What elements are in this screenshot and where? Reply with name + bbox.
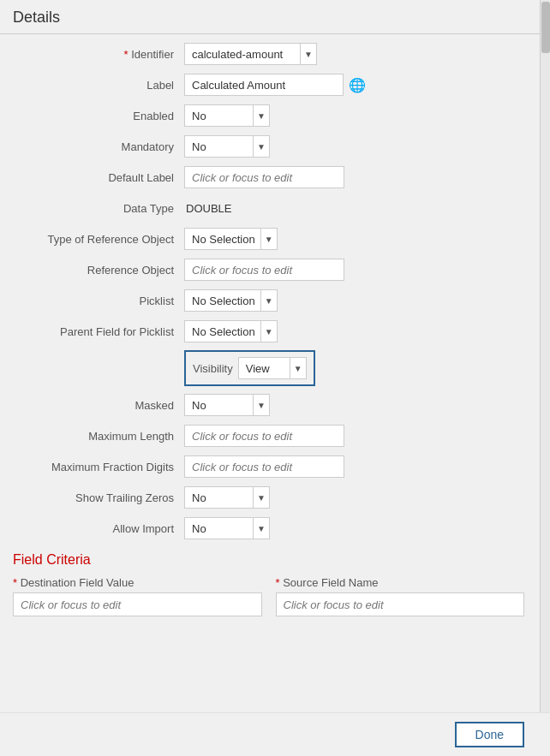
mandatory-label: Mandatory <box>13 140 184 153</box>
visibility-value: View <box>246 362 284 375</box>
destination-field-label: Destination Field Value <box>13 576 262 589</box>
destination-field-col: Destination Field Value <box>13 576 262 616</box>
masked-value: No <box>192 399 248 412</box>
identifier-label: Identifier <box>13 48 184 61</box>
allow-import-value: No <box>192 522 248 535</box>
default-label-label: Default Label <box>13 171 184 184</box>
show-trailing-zeros-arrow[interactable]: ▼ <box>253 487 266 508</box>
field-criteria-row: Destination Field Value Source Field Nam… <box>13 573 524 620</box>
visibility-label: Visibility <box>193 362 233 375</box>
show-trailing-zeros-row: Show Trailing Zeros No ▼ <box>13 482 524 513</box>
identifier-select[interactable]: calculated-amount ▼ <box>184 43 317 65</box>
allow-import-row: Allow Import No ▼ <box>13 513 524 544</box>
visibility-select[interactable]: View ▼ <box>238 357 307 379</box>
parent-field-picklist-select[interactable]: No Selection ▼ <box>184 320 278 342</box>
picklist-label: Picklist <box>13 295 184 307</box>
maximum-fraction-digits-input[interactable] <box>184 455 344 478</box>
maximum-length-input[interactable] <box>184 425 344 447</box>
source-field-col: Source Field Name <box>276 576 525 616</box>
show-trailing-zeros-label: Show Trailing Zeros <box>13 491 184 504</box>
source-field-input[interactable] <box>276 592 525 616</box>
allow-import-arrow[interactable]: ▼ <box>253 518 266 539</box>
masked-select[interactable]: No ▼ <box>184 394 270 416</box>
panel-title: Details <box>0 0 550 34</box>
identifier-dropdown-arrow[interactable]: ▼ <box>300 44 313 64</box>
details-panel: Details Identifier calculated-amount ▼ L… <box>0 0 550 756</box>
visibility-row: Visibility View ▼ <box>13 347 524 390</box>
show-trailing-zeros-select[interactable]: No ▼ <box>184 486 270 509</box>
mandatory-dropdown-arrow[interactable]: ▼ <box>253 136 266 157</box>
reference-object-row: Reference Object <box>13 254 524 285</box>
maximum-length-row: Maximum Length <box>13 420 524 451</box>
scrollbar[interactable] <box>540 0 550 756</box>
mandatory-select[interactable]: No ▼ <box>184 135 270 158</box>
identifier-value: calculated-amount <box>192 48 295 61</box>
maximum-length-label: Maximum Length <box>13 430 184 443</box>
label-input-group: 🌐 <box>184 74 366 96</box>
mandatory-value: No <box>192 140 248 153</box>
field-criteria-title: Field Criteria <box>13 544 524 573</box>
data-type-value: DOUBLE <box>184 202 231 215</box>
type-of-reference-object-label: Type of Reference Object <box>13 233 184 246</box>
masked-arrow[interactable]: ▼ <box>253 395 266 415</box>
identifier-row: Identifier calculated-amount ▼ <box>13 39 524 69</box>
type-of-reference-object-arrow[interactable]: ▼ <box>260 229 273 249</box>
data-type-row: Data Type DOUBLE <box>13 193 524 223</box>
label-input[interactable] <box>184 74 344 96</box>
enabled-value: No <box>192 110 248 122</box>
done-button-row: Done <box>0 712 550 756</box>
maximum-fraction-digits-row: Maximum Fraction Digits <box>13 451 524 482</box>
picklist-row: Picklist No Selection ▼ <box>13 285 524 316</box>
maximum-fraction-digits-label: Maximum Fraction Digits <box>13 461 184 473</box>
default-label-input[interactable] <box>184 166 344 188</box>
enabled-select[interactable]: No ▼ <box>184 104 270 127</box>
parent-field-picklist-row: Parent Field for Picklist No Selection ▼ <box>13 316 524 347</box>
mandatory-row: Mandatory No ▼ <box>13 131 524 162</box>
parent-field-picklist-label: Parent Field for Picklist <box>13 325 184 338</box>
show-trailing-zeros-value: No <box>192 491 248 504</box>
destination-field-input[interactable] <box>13 592 262 616</box>
parent-field-picklist-value: No Selection <box>192 325 255 338</box>
picklist-arrow[interactable]: ▼ <box>260 290 273 311</box>
default-label-row: Default Label <box>13 162 524 193</box>
reference-object-label: Reference Object <box>13 264 184 277</box>
enabled-row: Enabled No ▼ <box>13 100 524 131</box>
done-button[interactable]: Done <box>455 722 524 747</box>
masked-row: Masked No ▼ <box>13 390 524 420</box>
data-type-label: Data Type <box>13 202 184 215</box>
reference-object-input[interactable] <box>184 259 344 281</box>
label-field-label: Label <box>13 79 184 92</box>
picklist-value: No Selection <box>192 295 255 307</box>
form-content: Identifier calculated-amount ▼ Label 🌐 E… <box>0 34 550 624</box>
picklist-select[interactable]: No Selection ▼ <box>184 289 278 312</box>
allow-import-select[interactable]: No ▼ <box>184 517 270 539</box>
visibility-arrow[interactable]: ▼ <box>290 358 302 378</box>
allow-import-label: Allow Import <box>13 522 184 535</box>
type-of-reference-object-value: No Selection <box>192 233 255 246</box>
globe-icon: 🌐 <box>349 77 366 93</box>
masked-label: Masked <box>13 399 184 412</box>
type-of-reference-object-row: Type of Reference Object No Selection ▼ <box>13 223 524 254</box>
source-field-label: Source Field Name <box>276 576 525 589</box>
label-row: Label 🌐 <box>13 69 524 100</box>
enabled-label: Enabled <box>13 110 184 122</box>
enabled-dropdown-arrow[interactable]: ▼ <box>253 105 266 126</box>
parent-field-picklist-arrow[interactable]: ▼ <box>260 321 273 342</box>
type-of-reference-object-select[interactable]: No Selection ▼ <box>184 228 278 250</box>
scrollbar-thumb[interactable] <box>541 2 550 53</box>
visibility-box: Visibility View ▼ <box>184 350 315 386</box>
